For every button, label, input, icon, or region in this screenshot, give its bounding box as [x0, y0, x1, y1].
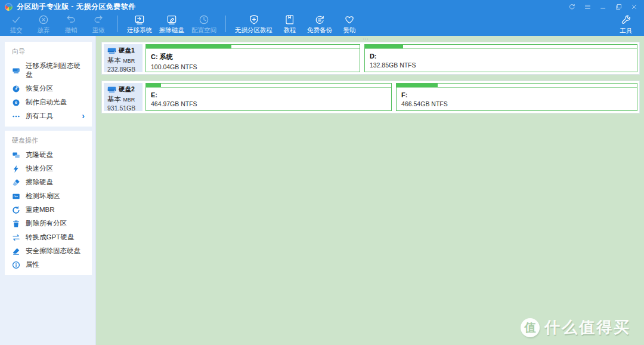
toolbar-group: 迁移系统擦除磁盘配置空间	[123, 13, 220, 35]
partition-block-F[interactable]: F:466.54GB NTFS	[396, 83, 637, 111]
disk-row: 硬盘2基本 MBR931.51GBE:464.97GB NTFSF:466.54…	[101, 81, 640, 113]
sidebar-item-label: 擦除硬盘	[26, 178, 53, 187]
toolbar-button-migrate-system[interactable]: 迁移系统	[123, 13, 156, 35]
partition-usage-bar	[146, 45, 360, 49]
tools-button[interactable]: 工具	[612, 14, 640, 35]
partition-block-C[interactable]: C: 系统100.04GB NTFS	[145, 44, 360, 72]
toolbar-button-label: 赞助	[343, 26, 356, 35]
toolbar-button-label: 重做	[92, 26, 105, 35]
toolbar-button-label: 迁移系统	[127, 26, 152, 35]
partition-usage-fill	[365, 45, 403, 48]
toolbar-button-partition-tutorial[interactable]: 无损分区教程	[231, 13, 276, 35]
toolbar-button-undo[interactable]: 撤销	[57, 13, 85, 35]
partition-size: 466.54GB NTFS	[401, 100, 637, 107]
disk-info[interactable]: 硬盘1基本 MBR232.89GB	[104, 44, 143, 72]
sidebar-item-bad-sector[interactable]: 检测坏扇区	[5, 189, 92, 203]
sidebar-item-convert-gpt[interactable]: 转换成GPT硬盘	[5, 230, 92, 244]
toolbar-button-label: 免费备份	[307, 26, 332, 35]
menu-button[interactable]	[584, 3, 592, 11]
toolbar-separator	[225, 16, 226, 32]
toolbar-overflow-handle[interactable]: …	[363, 36, 369, 39]
sidebar-item-label: 克隆硬盘	[26, 150, 53, 159]
toolbar-group: 提交放弃撤销重做	[2, 13, 112, 35]
sidebar-section-title: 向导	[5, 44, 92, 59]
commit-check-icon	[10, 14, 22, 26]
toolbar-button-redo[interactable]: 重做	[85, 13, 112, 35]
sidebar-item-clone-disk[interactable]: 克隆硬盘	[5, 148, 92, 162]
toolbar-button-label: 无损分区教程	[235, 26, 273, 35]
disk-capacity: 232.89GB	[107, 66, 140, 73]
secure-erase-icon	[12, 247, 20, 255]
toolbar-button-discard[interactable]: 放弃	[30, 13, 57, 35]
rebuild-mbr-icon	[12, 206, 20, 214]
watermark: 值 什么值得买	[521, 317, 631, 338]
app-logo-icon	[5, 3, 13, 11]
close-icon	[630, 3, 638, 11]
close-button[interactable]	[630, 3, 638, 11]
recover-partition-icon	[12, 85, 20, 93]
sidebar-item-properties[interactable]: 属性	[5, 258, 92, 272]
sidebar-item-migrate-ssd[interactable]: 迁移系统到固态硬盘	[5, 59, 92, 82]
sidebar-item-rebuild-mbr[interactable]: 重建MBR	[5, 203, 92, 217]
disk-info[interactable]: 硬盘2基本 MBR931.51GB	[104, 83, 143, 111]
window-title: 分区助手专业版 - 无损分区免费软件	[17, 2, 136, 12]
sidebar-item-label: 制作启动光盘	[26, 98, 67, 107]
refresh-icon	[568, 3, 576, 11]
partition-tutorial-icon	[248, 14, 260, 26]
toolbar-group: 无损分区教程教程免费备份赞助	[231, 13, 363, 35]
toolbar-button-allocate-space[interactable]: 配置空间	[188, 13, 220, 35]
sidebar-item-all-tools[interactable]: 所有工具›	[5, 109, 92, 123]
toolbar-button-label: 提交	[10, 26, 23, 35]
disk-drive-icon	[107, 86, 116, 93]
sidebar-item-secure-erase[interactable]: 安全擦除固态硬盘	[5, 244, 92, 258]
chevron-right-icon: ›	[82, 113, 85, 119]
clone-disk-icon	[12, 151, 20, 159]
maximize-button[interactable]	[615, 3, 623, 11]
toolbar-button-donate-heart[interactable]: 赞助	[336, 13, 363, 35]
wrench-icon	[620, 14, 632, 26]
sidebar-item-label: 快速分区	[26, 164, 53, 173]
sidebar-item-quick-partition[interactable]: 快速分区	[5, 162, 92, 175]
toolbar-separator	[117, 16, 118, 32]
tools-button-label: 工具	[620, 26, 633, 35]
sidebar-item-delete-all-partitions[interactable]: 删除所有分区	[5, 217, 92, 230]
all-tools-icon	[12, 112, 20, 121]
delete-all-partitions-icon	[12, 220, 20, 228]
toolbar-button-free-backup[interactable]: 免费备份	[304, 13, 336, 35]
partition-list: E:464.97GB NTFSF:466.54GB NTFS	[145, 83, 637, 111]
minimize-icon	[599, 3, 607, 11]
minimize-button[interactable]	[599, 3, 607, 11]
toolbar-button-commit-check[interactable]: 提交	[2, 13, 30, 35]
sidebar-item-bootable-disc[interactable]: 制作启动光盘	[5, 96, 92, 109]
partition-usage-fill	[146, 45, 231, 48]
sidebar-item-recover-partition[interactable]: 恢复分区	[5, 82, 92, 96]
quick-partition-icon	[12, 165, 20, 173]
sidebar-item-label: 安全擦除固态硬盘	[26, 247, 80, 255]
discard-icon	[38, 14, 49, 26]
partition-usage-fill	[146, 84, 161, 87]
sidebar-item-label: 转换成GPT硬盘	[26, 233, 74, 242]
toolbar-button-label: 擦除磁盘	[159, 26, 184, 35]
sidebar-item-label: 重建MBR	[26, 205, 55, 214]
partition-size: 132.85GB NTFS	[370, 61, 637, 69]
sidebar-item-label: 所有工具	[26, 112, 53, 121]
toolbar-button-label: 放弃	[38, 26, 50, 35]
sidebar: 向导迁移系统到固态硬盘恢复分区制作启动光盘所有工具›硬盘操作克隆硬盘快速分区擦除…	[0, 36, 96, 345]
wipe-disk-icon	[166, 14, 178, 26]
sidebar-item-label: 属性	[26, 260, 39, 269]
refresh-button[interactable]	[568, 3, 576, 11]
partition-size: 464.97GB NTFS	[151, 100, 391, 107]
sidebar-item-label: 检测坏扇区	[26, 192, 60, 201]
partition-block-E[interactable]: E:464.97GB NTFS	[145, 83, 392, 111]
title-bar: 分区助手专业版 - 无损分区免费软件	[0, 0, 644, 13]
sidebar-item-label: 迁移系统到固态硬盘	[26, 61, 85, 79]
toolbar-button-tutorial-book[interactable]: 教程	[276, 13, 304, 35]
partition-block-D[interactable]: D:132.85GB NTFS	[364, 44, 637, 72]
watermark-badge: 值	[521, 318, 540, 337]
disk-type: 基本 MBR	[107, 95, 140, 104]
window-controls	[568, 3, 638, 11]
toolbar-button-label: 配置空间	[191, 26, 216, 35]
toolbar-button-wipe-disk[interactable]: 擦除磁盘	[156, 13, 188, 35]
sidebar-item-erase-disk[interactable]: 擦除硬盘	[5, 175, 92, 189]
migrate-ssd-icon	[12, 66, 20, 75]
